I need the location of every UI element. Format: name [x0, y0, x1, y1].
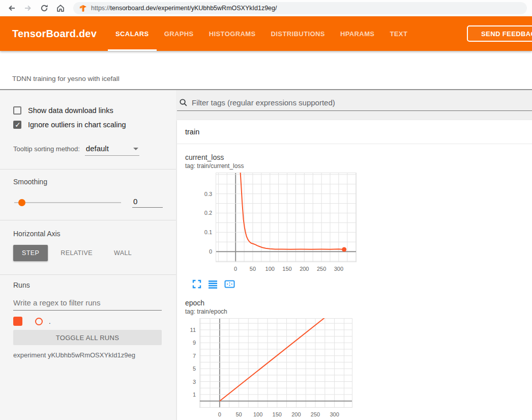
svg-text:1: 1 [193, 391, 196, 398]
send-feedback-button[interactable]: SEND FEEDBACK [467, 25, 532, 42]
svg-text:250: 250 [311, 411, 320, 417]
runs-selector-icon[interactable] [208, 279, 218, 289]
tooltip-sorting-label: Tooltip sorting method: [13, 145, 80, 153]
axis-wall-button[interactable]: WALL [105, 245, 140, 261]
run-color-swatch [35, 318, 43, 325]
horizontal-axis-label: Horizontal Axis [13, 230, 163, 238]
svg-text:300: 300 [334, 266, 343, 272]
svg-text:7: 7 [193, 353, 196, 359]
train-section-header[interactable]: train [177, 120, 532, 144]
svg-text:100: 100 [265, 266, 275, 272]
tab-distributions[interactable]: DISTRIBUTIONS [263, 16, 333, 51]
checkbox-label: Show data download links [28, 106, 113, 115]
svg-text:0: 0 [218, 411, 221, 417]
tooltip-sorting-dropdown[interactable]: default [85, 144, 139, 156]
checkbox-label: Ignore outliers in chart scaling [28, 121, 126, 129]
expand-chart-icon[interactable] [192, 279, 201, 289]
svg-text:5: 5 [193, 366, 196, 372]
app-header: TensorBoard.dev SCALARS GRAPHS HISTOGRAM… [0, 16, 532, 51]
svg-text:300: 300 [330, 411, 339, 417]
slider-thumb[interactable] [18, 199, 25, 206]
tab-graphs[interactable]: GRAPHS [157, 16, 201, 51]
url-text: https://tensorboard.dev/experiment/yKUbh… [91, 5, 277, 12]
settings-sidebar: Show data download links Ignore outliers… [0, 90, 176, 420]
toggle-all-runs-button[interactable]: TOGGLE ALL RUNS [13, 330, 162, 345]
svg-text:200: 200 [291, 411, 301, 417]
ignore-outliers-checkbox[interactable] [13, 121, 21, 129]
search-icon [179, 98, 188, 107]
svg-text:3: 3 [193, 379, 196, 385]
svg-text:150: 150 [282, 266, 291, 272]
svg-text:0.1: 0.1 [204, 229, 212, 235]
show-download-links-checkbox[interactable] [13, 106, 21, 115]
tab-histograms[interactable]: HISTOGRAMS [201, 16, 263, 51]
browser-toolbar: https://tensorboard.dev/experiment/yKUbh… [0, 0, 532, 16]
fit-domain-icon[interactable] [224, 279, 235, 289]
axis-step-button[interactable]: STEP [13, 245, 48, 261]
chart-tag: tag: train/epoch [185, 308, 362, 315]
line-chart[interactable]: 0501001502002503001357911 [185, 318, 362, 420]
filter-tags-row [177, 95, 532, 111]
app-logo: TensorBoard.dev [12, 28, 97, 40]
runs-filter-input[interactable] [13, 296, 162, 311]
smoothing-label: Smoothing [13, 178, 163, 186]
svg-text:250: 250 [317, 266, 326, 272]
charts-grid: current_loss tag: train/current_loss 050… [177, 144, 532, 420]
home-icon[interactable] [54, 2, 67, 15]
main-nav: SCALARS GRAPHS HISTOGRAMS DISTRIBUTIONS … [108, 16, 415, 51]
svg-text:50: 50 [235, 411, 242, 417]
run-name: . [49, 318, 51, 325]
tooltip-sorting-value: default [86, 144, 109, 153]
run-row[interactable]: . [13, 317, 163, 326]
experiment-id-line: experiment yKUbhb5wRmOSXYkId1z9eg [13, 351, 163, 359]
tab-scalars[interactable]: SCALARS [108, 16, 157, 51]
tab-text[interactable]: TEXT [382, 16, 415, 51]
chart-epoch: epoch tag: train/epoch 05010015020025030… [185, 299, 362, 420]
address-bar[interactable]: https://tensorboard.dev/experiment/yKUbh… [73, 2, 527, 14]
reload-icon[interactable] [38, 2, 51, 15]
experiment-title: TDNN training for yesno with icefall [12, 75, 120, 82]
forward-icon[interactable] [21, 2, 35, 15]
tab-hparams[interactable]: HPARAMS [333, 16, 382, 51]
chart-title: current_loss [185, 153, 362, 161]
svg-text:150: 150 [273, 411, 282, 417]
smoothing-value-input[interactable] [132, 197, 163, 208]
chart-current-loss: current_loss tag: train/current_loss 050… [185, 153, 362, 289]
chevron-down-icon [133, 148, 138, 150]
runs-label: Runs [13, 281, 163, 289]
ignore-outliers-checkbox-row[interactable]: Ignore outliers in chart scaling [13, 118, 163, 132]
back-icon[interactable] [5, 2, 18, 15]
slider-track [14, 202, 121, 203]
smoothing-slider[interactable] [14, 199, 121, 206]
svg-text:0: 0 [209, 248, 212, 255]
tensorboard-favicon [79, 5, 87, 12]
main-content: train current_loss tag: train/current_lo… [176, 90, 532, 420]
show-download-links-checkbox-row[interactable]: Show data download links [13, 103, 163, 118]
svg-text:9: 9 [193, 340, 196, 346]
svg-text:0: 0 [234, 266, 237, 272]
svg-text:0.2: 0.2 [204, 210, 212, 216]
svg-text:11: 11 [190, 327, 196, 333]
chart-title: epoch [185, 299, 362, 307]
svg-text:0.3: 0.3 [204, 191, 212, 197]
filter-tags-input[interactable] [192, 98, 532, 107]
axis-relative-button[interactable]: RELATIVE [52, 245, 101, 261]
experiment-title-strip: TDNN training for yesno with icefall [0, 51, 532, 90]
line-chart[interactable]: 05010015020025030000.10.20.3 [185, 173, 362, 277]
svg-text:200: 200 [300, 266, 309, 272]
train-section-card: train current_loss tag: train/current_lo… [177, 120, 532, 420]
svg-text:50: 50 [250, 266, 256, 272]
chart-tag: tag: train/current_loss [185, 162, 362, 170]
svg-text:100: 100 [253, 411, 262, 417]
run-checkbox[interactable] [13, 317, 22, 326]
